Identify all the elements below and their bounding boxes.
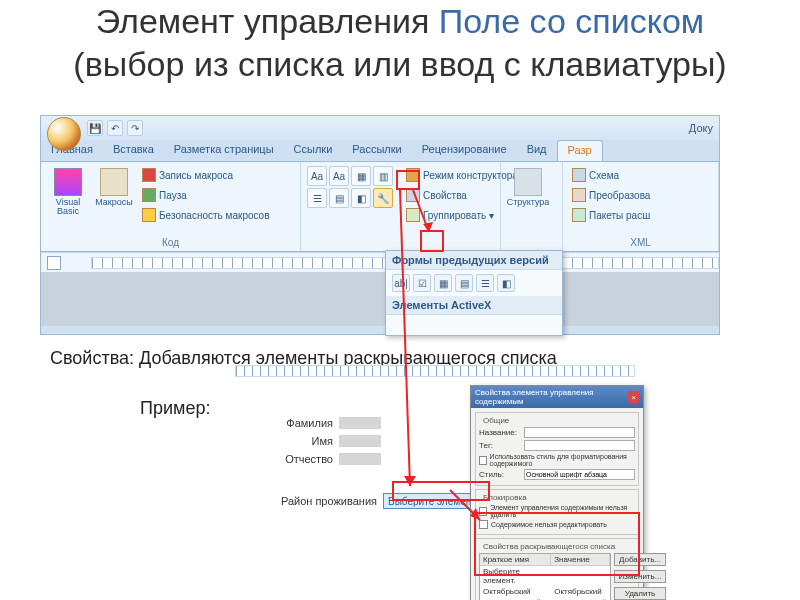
- style-field[interactable]: [524, 469, 635, 480]
- qat-undo[interactable]: ↶: [107, 120, 123, 136]
- dd-header-legacy: Формы предыдущих версий: [386, 251, 562, 270]
- close-icon[interactable]: ×: [628, 391, 639, 403]
- lock-edit-checkbox[interactable]: [479, 520, 488, 529]
- record-macro-button[interactable]: Запись макроса: [139, 166, 273, 184]
- schema-button[interactable]: Схема: [569, 166, 653, 184]
- input-lastname[interactable]: [339, 417, 381, 429]
- lbl-firstname: Имя: [275, 435, 333, 447]
- tab-layout[interactable]: Разметка страницы: [164, 140, 284, 161]
- tab-review[interactable]: Рецензирование: [412, 140, 517, 161]
- legacy-dropdown-icon[interactable]: ▦: [434, 274, 452, 292]
- legacy-reset-icon[interactable]: ◧: [497, 274, 515, 292]
- office-button[interactable]: [47, 117, 81, 151]
- combo-placeholder: Выберите элемент.: [384, 496, 481, 507]
- col-value: Значение: [551, 554, 609, 565]
- name-field[interactable]: [524, 427, 635, 438]
- group-xml-label: XML: [569, 236, 712, 249]
- ruler-area: [41, 252, 719, 272]
- legacy-frame-icon[interactable]: ▤: [455, 274, 473, 292]
- list-item: ОктябрьскийОктябрьский: [480, 586, 610, 597]
- dialog-titlebar: Свойства элемента управления содержимым …: [471, 386, 643, 408]
- tab-insert[interactable]: Вставка: [103, 140, 164, 161]
- doc-margin-area: [41, 272, 719, 326]
- word-window: 💾 ↶ ↷ Доку Главная Вставка Разметка стра…: [40, 115, 720, 335]
- style-label: Стиль:: [479, 470, 521, 479]
- section-general-title: Общие: [481, 416, 511, 425]
- tab-mailings[interactable]: Рассылки: [342, 140, 411, 161]
- title-highlight: Поле со списком: [439, 2, 704, 40]
- lbl-lastname: Фамилия: [275, 417, 333, 429]
- dd-header-activex: Элементы ActiveX: [386, 296, 562, 315]
- group-controls: Aa Aa ▦ ▥ ☰ ▤ ◧ 🔧 Режим конструктора Сво…: [301, 162, 501, 251]
- quick-access-toolbar: 💾 ↶ ↷: [87, 120, 143, 136]
- ctrl-dropdown[interactable]: ☰: [307, 188, 327, 208]
- visual-basic-button[interactable]: Visual Basic: [47, 166, 89, 236]
- structure-button[interactable]: Структура: [507, 166, 549, 209]
- lock-delete-checkbox[interactable]: [479, 507, 487, 516]
- macros-button[interactable]: Макросы: [93, 166, 135, 236]
- section-general: Общие Название: Тег: Использовать стиль …: [475, 412, 639, 486]
- delete-button[interactable]: Удалить: [614, 587, 667, 600]
- ruler-toggle[interactable]: [47, 256, 61, 270]
- controls-gallery: Aa Aa ▦ ▥ ☰ ▤ ◧ 🔧: [307, 166, 393, 247]
- use-style-checkbox[interactable]: [479, 456, 487, 465]
- lock-edit-label: Содержимое нельзя редактировать: [491, 521, 607, 528]
- input-firstname[interactable]: [339, 435, 381, 447]
- list-item: Выберите элемент.: [480, 566, 610, 586]
- ribbon-tabs: Главная Вставка Разметка страницы Ссылки…: [41, 140, 719, 162]
- legacy-shade-icon[interactable]: ☰: [476, 274, 494, 292]
- packs-button[interactable]: Пакеты расш: [569, 206, 653, 224]
- dd-legacy-row: ab| ☑ ▦ ▤ ☰ ◧: [386, 270, 562, 296]
- ctrl-combobox[interactable]: ▥: [373, 166, 393, 186]
- transform-button[interactable]: Преобразова: [569, 186, 653, 204]
- group-structure: Структура: [501, 162, 563, 251]
- qat-save[interactable]: 💾: [87, 120, 103, 136]
- ctrl-legacy-tools[interactable]: 🔧: [373, 188, 393, 208]
- group-code: Visual Basic Макросы Запись макроса Пауз…: [41, 162, 301, 251]
- dropdown-items-list[interactable]: Краткое имя Значение Выберите элемент. О…: [479, 553, 611, 600]
- use-style-label: Использовать стиль для форматирования со…: [490, 453, 635, 467]
- pause-button[interactable]: Пауза: [139, 186, 273, 204]
- macro-security-button[interactable]: Безопасность макросов: [139, 206, 273, 224]
- qat-redo[interactable]: ↷: [127, 120, 143, 136]
- ctrl-picture[interactable]: ▦: [351, 166, 371, 186]
- ribbon: Visual Basic Макросы Запись макроса Пауз…: [41, 162, 719, 252]
- group-controls-label: [307, 247, 494, 249]
- col-shortname: Краткое имя: [480, 554, 551, 565]
- slide-title: Элемент управления Поле со списком (выбо…: [0, 0, 800, 93]
- dialog-title: Свойства элемента управления содержимым: [475, 388, 628, 406]
- lock-delete-label: Элемент управления содержимым нельзя уда…: [490, 504, 635, 518]
- section-locking-title: Блокировка: [481, 493, 529, 502]
- dd-activex-row: [386, 315, 562, 335]
- input-patronymic[interactable]: [339, 453, 381, 465]
- ctrl-date[interactable]: ▤: [329, 188, 349, 208]
- ctrl-block[interactable]: ◧: [351, 188, 371, 208]
- tab-references[interactable]: Ссылки: [284, 140, 343, 161]
- section-ddprops-title: Свойства раскрывающегося списка: [481, 542, 617, 551]
- lbl-district: Район проживания: [275, 495, 377, 507]
- edit-button[interactable]: Изменить...: [614, 570, 667, 583]
- title-pre: Элемент управления: [96, 2, 439, 40]
- tab-developer[interactable]: Разр: [557, 140, 603, 161]
- content-control-properties-dialog: Свойства элемента управления содержимым …: [470, 385, 644, 600]
- group-xml: Схема Преобразова Пакеты расш XML: [563, 162, 719, 251]
- add-button[interactable]: Добавить...: [614, 553, 667, 566]
- section-dropdown-props: Свойства раскрывающегося списка Краткое …: [475, 538, 639, 600]
- group-code-label: Код: [47, 236, 294, 249]
- lbl-patronymic: Отчество: [275, 453, 333, 465]
- tag-field[interactable]: [524, 440, 635, 451]
- legacy-checkbox-icon[interactable]: ☑: [413, 274, 431, 292]
- ctrl-richtext[interactable]: Aa: [307, 166, 327, 186]
- tag-label: Тег:: [479, 441, 521, 450]
- example-label: Пример:: [140, 398, 210, 419]
- section-locking: Блокировка Элемент управления содержимым…: [475, 489, 639, 535]
- doc-title: Доку: [689, 122, 713, 134]
- legacy-textfield-icon[interactable]: ab|: [392, 274, 410, 292]
- tab-view[interactable]: Вид: [517, 140, 557, 161]
- name-label: Название:: [479, 428, 521, 437]
- title-post: (выбор из списка или ввод с клавиатуры): [73, 45, 726, 83]
- ctrl-text[interactable]: Aa: [329, 166, 349, 186]
- example-form: Фамилия Имя Отчество Район проживания Вы…: [275, 415, 494, 511]
- example-ruler: [235, 365, 635, 377]
- titlebar: 💾 ↶ ↷ Доку: [41, 116, 719, 140]
